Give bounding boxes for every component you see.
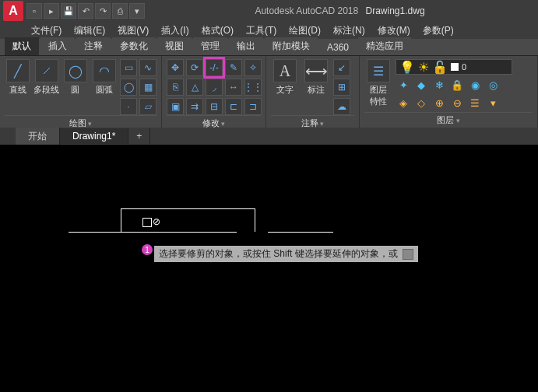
pick-box: [142, 218, 152, 227]
panel-modify-title[interactable]: 修改: [167, 115, 261, 129]
menu-edit[interactable]: 编辑(E): [74, 24, 105, 37]
tool-mirror[interactable]: △: [186, 79, 203, 96]
geom-rect-top: [121, 208, 255, 209]
tool-leader[interactable]: ↙: [333, 59, 350, 76]
layer-prev-icon[interactable]: ◈: [396, 95, 411, 110]
tool-spline[interactable]: ∿: [139, 59, 156, 76]
arc-label: 圆弧: [96, 84, 113, 96]
tool-break[interactable]: ⊏: [225, 98, 242, 115]
qat-redo[interactable]: ↷: [95, 3, 111, 19]
forbid-icon: ⊘: [153, 216, 160, 227]
tab-add[interactable]: +: [128, 128, 150, 144]
layer-del-icon[interactable]: ⊖: [449, 95, 465, 110]
dimension-icon: ⟷: [304, 59, 328, 82]
tool-stretch[interactable]: ↔: [225, 79, 242, 96]
layer-merge-icon[interactable]: ⊕: [431, 95, 447, 110]
tool-scale[interactable]: ▣: [167, 98, 184, 115]
tab-annotate[interactable]: 注释: [76, 37, 111, 55]
tool-cloud[interactable]: ☁: [333, 98, 350, 115]
layer-color-swatch: [451, 63, 459, 71]
layer-freeze-icon[interactable]: ❄: [431, 77, 447, 93]
tool-rect[interactable]: ▭: [120, 59, 137, 76]
tool-ellipse[interactable]: ◯: [120, 79, 137, 96]
tab-default[interactable]: 默认: [5, 37, 39, 55]
layer-on-icon[interactable]: ◎: [485, 77, 501, 93]
menu-file[interactable]: 文件(F): [31, 24, 62, 37]
prompt-dropdown-icon[interactable]: [403, 249, 413, 260]
tool-point[interactable]: ·: [120, 98, 137, 115]
tool-table[interactable]: ⊞: [333, 79, 350, 96]
tool-array[interactable]: ⋮⋮: [244, 79, 262, 96]
layer-lock-icon[interactable]: 🔒: [449, 77, 465, 93]
drawing-canvas[interactable]: ⊘ 1 选择要修剪的对象，或按住 Shift 键选择要延伸的对象，或: [0, 145, 538, 392]
panel-layer: ☰ 图层 特性 💡 ☀ 🔓 0 ✦ ◆ ❄ 🔒 ◉ ◎: [360, 56, 538, 128]
tool-polyline[interactable]: ⟋ 多段线: [33, 59, 59, 115]
tab-addins[interactable]: 附加模块: [265, 37, 318, 55]
qat-open[interactable]: ▸: [44, 3, 59, 19]
title-text: Autodesk AutoCAD 2018 Drawing1.dwg: [145, 5, 535, 16]
layer-dropdown[interactable]: 💡 ☀ 🔓 0: [396, 59, 512, 75]
text-icon: A: [273, 59, 297, 82]
polyline-icon: ⟋: [35, 59, 58, 82]
tool-circle[interactable]: ◯ 圆: [62, 59, 88, 115]
tab-start[interactable]: 开始: [16, 128, 60, 145]
menu-param[interactable]: 参数(P): [423, 24, 454, 37]
menu-dim[interactable]: 标注(N): [333, 24, 365, 37]
tab-param[interactable]: 参数化: [112, 37, 156, 55]
tool-layer-props[interactable]: ☰ 图层 特性: [364, 59, 392, 112]
geom-rect-left: [121, 208, 121, 232]
qat-new[interactable]: ▫: [26, 3, 42, 19]
menu-format[interactable]: 格式(O): [202, 24, 234, 37]
tab-drawing1[interactable]: Drawing1*: [60, 128, 128, 144]
qat-undo[interactable]: ↶: [78, 3, 93, 19]
layer-iso-icon[interactable]: ◆: [413, 77, 429, 93]
menu-draw[interactable]: 绘图(D): [289, 24, 321, 37]
tab-a360[interactable]: A360: [319, 40, 357, 55]
prompt-text: 选择要修剪的对象，或按住 Shift 键选择要延伸的对象，或: [159, 247, 398, 261]
tool-offset[interactable]: ⇉: [186, 98, 203, 115]
tab-manage[interactable]: 管理: [193, 37, 227, 55]
tab-featured[interactable]: 精选应用: [358, 37, 411, 55]
layer-off-icon[interactable]: ◉: [467, 77, 483, 93]
polyline-label: 多段线: [33, 84, 59, 96]
menu-view[interactable]: 视图(V): [118, 24, 149, 37]
tool-text[interactable]: A 文字: [271, 59, 299, 115]
step-badge: 1: [142, 244, 153, 255]
tool-move[interactable]: ✥: [167, 59, 184, 76]
circle-label: 圆: [71, 84, 79, 96]
layer-state-icon[interactable]: ☰: [467, 95, 483, 110]
menu-modify[interactable]: 修改(M): [378, 24, 410, 37]
panel-layer-title[interactable]: 图层: [364, 112, 533, 126]
layer-match-icon[interactable]: ✦: [396, 77, 411, 93]
tool-join[interactable]: ⊐: [244, 98, 262, 115]
layer-more-icon[interactable]: ▾: [485, 95, 501, 110]
tool-dimension[interactable]: ⟷ 标注: [302, 59, 330, 115]
tool-fillet[interactable]: ◞: [206, 79, 223, 96]
line-icon: ╱: [6, 59, 30, 82]
tool-erase[interactable]: ✎: [225, 59, 242, 76]
menu-insert[interactable]: 插入(I): [161, 24, 188, 37]
menu-tools[interactable]: 工具(T): [246, 24, 276, 37]
tool-region[interactable]: ▱: [139, 98, 156, 115]
tab-insert[interactable]: 插入: [40, 37, 75, 55]
tool-rotate[interactable]: ⟳: [186, 59, 203, 76]
tab-view[interactable]: 视图: [157, 37, 192, 55]
geom-baseline-right: [268, 232, 333, 233]
menu-bar: 文件(F) 编辑(E) 视图(V) 插入(I) 格式(O) 工具(T) 绘图(D…: [0, 22, 538, 39]
layer-walk-icon[interactable]: ◇: [413, 95, 429, 110]
qat-save[interactable]: 💾: [61, 3, 76, 19]
tool-arc[interactable]: ◠ 圆弧: [91, 59, 117, 115]
tab-output[interactable]: 输出: [229, 37, 263, 55]
tool-hatch[interactable]: ▦: [139, 79, 156, 96]
tool-explode[interactable]: ✧: [244, 59, 262, 76]
qat-print[interactable]: ⎙: [112, 3, 128, 19]
qat-more[interactable]: ▾: [129, 3, 145, 19]
panel-anno-title[interactable]: 注释: [271, 115, 354, 129]
tool-align[interactable]: ⊟: [206, 98, 223, 115]
sun-icon: ☀: [418, 60, 429, 75]
panel-draw: ╱ 直线 ⟋ 多段线 ◯ 圆 ◠ 圆弧 ▭ ∿ ◯ ▦ · ▱: [0, 56, 162, 128]
tool-copy[interactable]: ⎘: [167, 79, 184, 96]
tool-trim[interactable]: -/-: [206, 59, 223, 76]
line-label: 直线: [9, 84, 26, 96]
tool-line[interactable]: ╱ 直线: [5, 59, 30, 115]
